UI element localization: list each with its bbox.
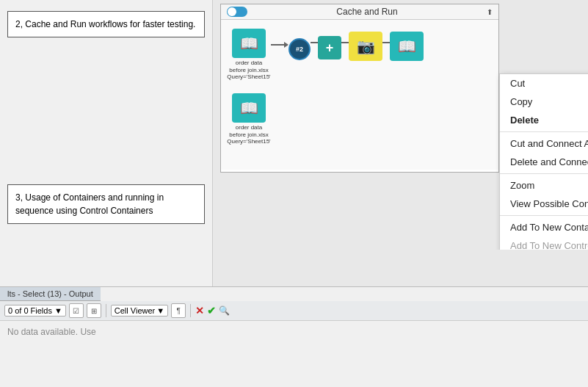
badge-circle[interactable]: #2 [288,38,311,60]
ctx-item-zoom[interactable]: Zoom [500,176,588,195]
node-plus[interactable]: + [318,33,341,59]
paragraph-icon-button[interactable]: ¶ [171,303,186,318]
tip1-text: 2, Cache and Run workflows for faster te… [15,19,195,29]
bottom-content: No data available. Use [0,321,588,343]
viewer-chevron-icon: ▼ [156,306,164,315]
node2-label: order data before join.xlsxQuery='Sheet1… [227,124,271,145]
ctx-item-add-control: Add To New Control Container [500,236,588,250]
tip-box-1: 2, Cache and Run workflows for faster te… [7,11,205,37]
workflow-canvas: 📖 order data before join.xlsxQuery='Shee… [221,20,498,170]
node-teal2[interactable]: 📖 [390,32,424,61]
fields-label: 0 of 0 Fields [8,306,52,315]
ctx-item-copy[interactable]: Copy [500,93,588,111]
node-book-1[interactable]: 📖 order data before join.xlsxQuery='Shee… [227,29,271,81]
workflow-toggle[interactable] [227,7,247,17]
checkbox-icon-button[interactable]: ☑ [69,303,84,318]
book-icon-1: 📖 [232,29,266,58]
toolbar-separator-1 [106,304,106,317]
bottom-toolbar: 0 of 0 Fields ▼ ☑ ⊞ Cell Viewer ▼ ¶ ✕ ✔ … [0,301,588,321]
plus-icon: + [318,36,341,59]
workflow-title: Cache and Run [336,7,397,17]
ctx-item-delete-connect[interactable]: Delete and Connect Around [500,153,588,171]
ctx-separator-sep1 [500,131,588,132]
grid-icon-button[interactable]: ⊞ [87,303,101,318]
fields-dropdown[interactable]: 0 of 0 Fields ▼ [4,305,66,317]
workflow-titlebar: Cache and Run ⬆ [221,4,498,20]
ctx-item-delete[interactable]: Delete [500,111,588,129]
no-data-text: No data available. Use [7,327,96,337]
check-button[interactable]: ✔ [207,305,216,317]
viewer-label: Cell Viewer [115,306,155,315]
chevron-down-icon: ▼ [54,306,62,315]
ctx-item-add-container[interactable]: Add To New Container [500,218,588,236]
ctx-item-view-connections[interactable]: View Possible Connections [500,195,588,213]
node1-label: order data before join.xlsxQuery='Sheet1… [227,59,271,81]
ctx-separator-sep3 [500,215,588,216]
badge-label: #2 [296,46,303,53]
tip2-text: 3, Usage of Containers and running in se… [15,192,164,216]
bottom-panel: lts - Select (13) - Output 0 of 0 Fields… [0,286,588,387]
x-button[interactable]: ✕ [195,305,204,317]
results-tab[interactable]: lts - Select (13) - Output [0,287,101,301]
teal-icon: 📖 [390,32,424,61]
titlebar-collapse-button[interactable]: ⬆ [487,8,493,16]
tip-box-2: 3, Usage of Containers and running in se… [7,184,205,224]
search-icon-button[interactable]: 🔍 [219,305,230,316]
results-tab-label: lts - Select (13) - Output [7,289,93,298]
canvas-area: Cache and Run ⬆ 📖 order data before join… [213,0,588,250]
yellow-icon: 📷 [349,32,382,61]
node-book-2[interactable]: 📖 order data before join.xlsxQuery='Shee… [227,93,271,145]
node-yellow[interactable]: 📷 [349,32,382,61]
context-menu: CutCopyDeleteCut and Connect AroundShiDe… [499,73,588,250]
ctx-separator-sep2 [500,173,588,174]
workflow-window: Cache and Run ⬆ 📖 order data before join… [220,4,499,173]
ctx-item-cut-connect[interactable]: Cut and Connect AroundShi [500,134,588,153]
ctx-item-cut[interactable]: Cut [500,74,588,93]
viewer-dropdown[interactable]: Cell Viewer ▼ [111,305,168,317]
toolbar-separator-2 [190,304,191,317]
book-icon-2: 📖 [232,93,266,123]
